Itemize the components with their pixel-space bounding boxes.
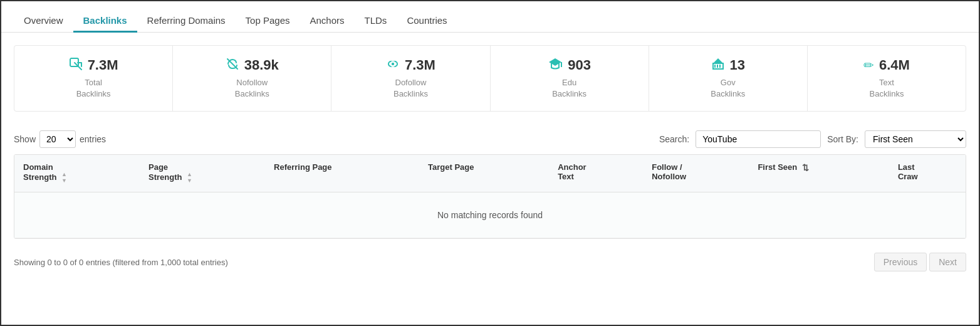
sort-label: Sort By: — [827, 134, 858, 144]
tab-backlinks[interactable]: Backlinks — [73, 10, 137, 33]
svg-rect-9 — [714, 65, 716, 68]
text-label: TextBacklinks — [869, 77, 904, 100]
edu-icon — [548, 57, 563, 73]
sort-select[interactable]: First Seen Last Crawl Domain Strength Pa… — [865, 130, 966, 148]
next-button[interactable]: Next — [929, 253, 966, 271]
stat-total-backlinks: 7.3M TotalBacklinks — [14, 46, 173, 111]
search-sort-controls: Search: Sort By: First Seen Last Crawl D… — [659, 130, 966, 148]
no-records-message: No matching records found — [14, 192, 966, 238]
page-strength-sort-icon: ▲▼ — [187, 172, 192, 184]
col-last-craw: LastCraw — [889, 155, 966, 192]
tab-anchors[interactable]: Anchors — [300, 10, 355, 33]
stat-dofollow-backlinks: 7.3M DofollowBacklinks — [331, 46, 490, 111]
stats-row: 7.3M TotalBacklinks 38.9k NofollowBackli… — [14, 45, 966, 112]
stat-text-backlinks: ✏ 6.4M TextBacklinks — [808, 46, 966, 111]
gov-value: 13 — [730, 57, 745, 73]
table-footer: Showing 0 to 0 of 0 entries (filtered fr… — [1, 245, 979, 279]
stat-edu-backlinks: 903 EduBacklinks — [491, 46, 649, 111]
show-select[interactable]: 20 10 50 100 — [39, 130, 76, 148]
total-backlinks-value: 7.3M — [88, 57, 118, 73]
no-records-row: No matching records found — [14, 192, 966, 238]
showing-text: Showing 0 to 0 of 0 entries (filtered fr… — [14, 258, 228, 267]
show-label: Show — [14, 134, 36, 144]
first-seen-sort-icon: ⇅ — [802, 163, 809, 172]
table-header-row: DomainStrength ▲▼ PageStrength ▲▼ Referr… — [14, 155, 966, 192]
search-label: Search: — [659, 134, 689, 144]
tab-referring-domains[interactable]: Referring Domains — [137, 10, 236, 33]
nofollow-value: 38.9k — [244, 57, 279, 73]
search-input[interactable] — [696, 130, 821, 148]
edu-value: 903 — [568, 57, 591, 73]
domain-strength-sort-icon: ▲▼ — [61, 172, 67, 184]
tab-overview[interactable]: Overview — [14, 10, 73, 33]
dofollow-icon — [386, 57, 400, 73]
tab-top-pages[interactable]: Top Pages — [236, 10, 300, 33]
entries-label: entries — [80, 134, 106, 144]
col-target-page: Target Page — [419, 155, 549, 192]
edu-label: EduBacklinks — [552, 77, 586, 100]
gov-label: GovBacklinks — [711, 77, 745, 100]
total-backlinks-icon — [69, 57, 83, 73]
col-follow-nofollow: Follow /Nofollow — [643, 155, 749, 192]
svg-marker-12 — [713, 58, 723, 63]
text-value: 6.4M — [879, 57, 910, 73]
tab-tlds[interactable]: TLDs — [355, 10, 397, 33]
col-domain-strength[interactable]: DomainStrength ▲▼ — [14, 155, 140, 192]
backlinks-table-wrapper: DomainStrength ▲▼ PageStrength ▲▼ Referr… — [14, 154, 966, 239]
stat-nofollow-backlinks: 38.9k NofollowBacklinks — [173, 46, 331, 111]
col-referring-page: Referring Page — [265, 155, 419, 192]
total-backlinks-label: TotalBacklinks — [76, 77, 111, 100]
col-first-seen[interactable]: First Seen ⇅ — [749, 155, 889, 192]
show-entries-control: Show 20 10 50 100 entries — [14, 130, 106, 148]
text-icon: ✏ — [863, 59, 874, 71]
stat-gov-backlinks: 13 GovBacklinks — [649, 46, 808, 111]
nofollow-icon — [226, 57, 239, 73]
svg-rect-11 — [719, 65, 721, 68]
dofollow-value: 7.3M — [405, 57, 435, 73]
backlinks-table: DomainStrength ▲▼ PageStrength ▲▼ Referr… — [14, 155, 966, 238]
controls-row: Show 20 10 50 100 entries Search: Sort B… — [1, 124, 979, 154]
svg-rect-10 — [717, 65, 718, 68]
gov-icon — [711, 57, 725, 73]
pagination: Previous Next — [874, 253, 966, 271]
nofollow-label: NofollowBacklinks — [235, 77, 269, 100]
main-container: Overview Backlinks Referring Domains Top… — [0, 0, 980, 326]
col-page-strength[interactable]: PageStrength ▲▼ — [140, 155, 265, 192]
tab-countries[interactable]: Countries — [397, 10, 457, 33]
previous-button[interactable]: Previous — [874, 253, 927, 271]
tab-bar: Overview Backlinks Referring Domains Top… — [1, 1, 979, 33]
dofollow-label: DofollowBacklinks — [394, 77, 428, 100]
col-anchor-text: AnchorText — [549, 155, 643, 192]
